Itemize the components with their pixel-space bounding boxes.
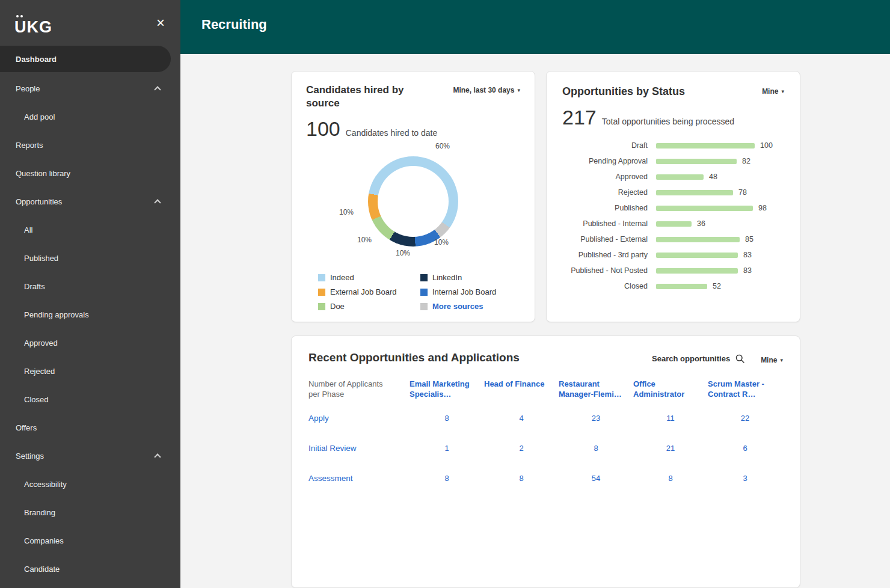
applicant-count[interactable]: 8 <box>410 464 484 494</box>
hired-filter-dropdown[interactable]: Mine, last 30 days ▾ <box>453 84 520 94</box>
bar-value: 83 <box>743 251 752 259</box>
bar-value: 82 <box>742 157 750 165</box>
phase-link-apply[interactable]: Apply <box>308 403 410 433</box>
column-header-scrum-master[interactable]: Scrum Master - Contract R… <box>708 376 782 403</box>
sidebar-item-people[interactable]: People <box>0 75 180 103</box>
bar-row-draft: Draft100 <box>562 138 784 153</box>
linkedin-swatch <box>420 274 428 281</box>
sidebar-header: UKG × <box>0 0 180 43</box>
applicant-count[interactable]: 8 <box>559 433 633 464</box>
bar-value: 52 <box>713 282 721 290</box>
applicant-count[interactable]: 1 <box>410 433 484 464</box>
legend-label: LinkedIn <box>432 273 462 282</box>
legend-label: Internal Job Board <box>432 287 496 296</box>
bar <box>656 268 738 274</box>
sidebar-item-question-library[interactable]: Question library <box>0 159 180 188</box>
bar-label: Approved <box>562 173 656 181</box>
applicant-count[interactable]: 23 <box>559 403 633 433</box>
bar-row-closed: Closed52 <box>562 278 784 294</box>
filter-label: Mine, last 30 days <box>453 86 514 94</box>
bar-value: 78 <box>738 188 747 197</box>
applicant-count[interactable]: 3 <box>708 464 782 494</box>
nav-label: Companies <box>24 536 64 545</box>
sidebar-item-branding[interactable]: Branding <box>0 498 180 527</box>
applicant-count[interactable]: 8 <box>484 464 559 494</box>
bar <box>656 221 692 227</box>
more-sources-link[interactable]: More sources <box>420 302 520 311</box>
nav-label: Branding <box>24 508 55 517</box>
legend-label: Doe <box>330 302 345 311</box>
sidebar-item-companies[interactable]: Companies <box>0 527 180 555</box>
pct-label-internal-job-board: 10% <box>434 238 449 247</box>
column-header-office-administrator[interactable]: Office Administrator <box>633 376 708 403</box>
recent-filter-dropdown[interactable]: Mine ▾ <box>761 354 783 364</box>
nav-label: Published <box>24 254 58 263</box>
phase-link-initial-review[interactable]: Initial Review <box>308 433 410 464</box>
ukg-logo: UKG <box>14 14 52 35</box>
status-bar-chart: Draft100 Pending Approval82 Approved48 R… <box>562 138 784 294</box>
legend-item-doe: Doe <box>318 302 420 311</box>
sidebar-item-approved[interactable]: Approved <box>0 329 180 357</box>
search-opportunities-button[interactable]: Search opportunities <box>648 353 749 364</box>
applicant-count[interactable]: 8 <box>633 464 708 494</box>
dashboard-content: Candidates hired by source Mine, last 30… <box>180 54 890 588</box>
applicant-count[interactable]: 22 <box>708 403 782 433</box>
sidebar-item-offers[interactable]: Offers <box>0 414 180 442</box>
indeed-swatch <box>318 274 325 281</box>
hired-total-caption: Candidates hired to date <box>346 128 438 138</box>
sidebar-item-dashboard[interactable]: Dashboard <box>0 46 171 72</box>
pct-label-external-job-board: 10% <box>339 208 354 216</box>
pct-label-indeed: 60% <box>435 142 450 150</box>
applicant-count[interactable]: 54 <box>559 464 633 494</box>
nav-label: Candidate <box>24 565 60 574</box>
sidebar-item-rejected[interactable]: Rejected <box>0 357 180 385</box>
chevron-up-icon <box>154 199 161 206</box>
status-filter-dropdown[interactable]: Mine ▾ <box>762 85 784 96</box>
legend-label: External Job Board <box>330 287 397 296</box>
applicant-count[interactable]: 21 <box>633 433 708 464</box>
sidebar-item-closed[interactable]: Closed <box>0 385 180 414</box>
column-header-head-of-finance[interactable]: Head of Finance <box>484 376 559 403</box>
hired-total: 100 <box>306 117 340 141</box>
sidebar-item-published[interactable]: Published <box>0 244 180 272</box>
sidebar-item-add-pool[interactable]: Add pool <box>0 103 180 131</box>
sidebar-item-settings[interactable]: Settings <box>0 442 180 470</box>
doe-swatch <box>318 303 325 310</box>
sidebar-item-drafts[interactable]: Drafts <box>0 272 180 301</box>
nav-label: Reports <box>16 141 43 150</box>
filter-label: Mine <box>762 87 778 96</box>
bar-label: Published - Not Posted <box>562 266 656 275</box>
caret-down-icon: ▾ <box>781 88 784 94</box>
sidebar-item-reports[interactable]: Reports <box>0 131 180 159</box>
chevron-up-icon <box>154 86 161 93</box>
phase-link-assessment[interactable]: Assessment <box>308 464 410 494</box>
bar-row-published: Published98 <box>562 200 784 216</box>
column-header-restaurant-manager[interactable]: Restaurant Manager-Flemi… <box>559 376 633 403</box>
legend-item-indeed: Indeed <box>318 273 420 282</box>
sidebar-item-candidate[interactable]: Candidate <box>0 555 180 583</box>
sidebar-item-accessibility[interactable]: Accessibility <box>0 470 180 498</box>
column-header-email-marketing[interactable]: Email Marketing Specialis… <box>410 376 484 403</box>
applicant-count[interactable]: 4 <box>484 403 559 433</box>
applicant-count[interactable]: 6 <box>708 433 782 464</box>
bar-row-published-internal: Published - Internal36 <box>562 216 784 231</box>
bar <box>656 237 740 242</box>
nav-label: Closed <box>24 395 48 404</box>
sidebar-item-opportunities[interactable]: Opportunities <box>0 188 180 216</box>
legend-label: Indeed <box>330 273 354 282</box>
applicant-count[interactable]: 8 <box>410 403 484 433</box>
more-sources-swatch <box>420 303 428 310</box>
applicant-count[interactable]: 11 <box>633 403 708 433</box>
sidebar: UKG × Dashboard People Add pool Reports … <box>0 0 180 588</box>
bar-label: Published - 3rd party <box>562 251 656 259</box>
sidebar-item-pending-approvals[interactable]: Pending approvals <box>0 301 180 329</box>
sidebar-item-all[interactable]: All <box>0 216 180 244</box>
bar-value: 100 <box>760 141 773 150</box>
search-opportunities-label: Search opportunities <box>652 354 730 363</box>
status-card-title: Opportunities by Status <box>562 85 685 99</box>
bar-label: Published - External <box>562 235 656 243</box>
applicant-count[interactable]: 2 <box>484 433 559 464</box>
app-window: UKG × Dashboard People Add pool Reports … <box>0 0 890 588</box>
close-icon[interactable]: × <box>154 14 167 31</box>
sidebar-nav: Dashboard People Add pool Reports Questi… <box>0 46 180 583</box>
